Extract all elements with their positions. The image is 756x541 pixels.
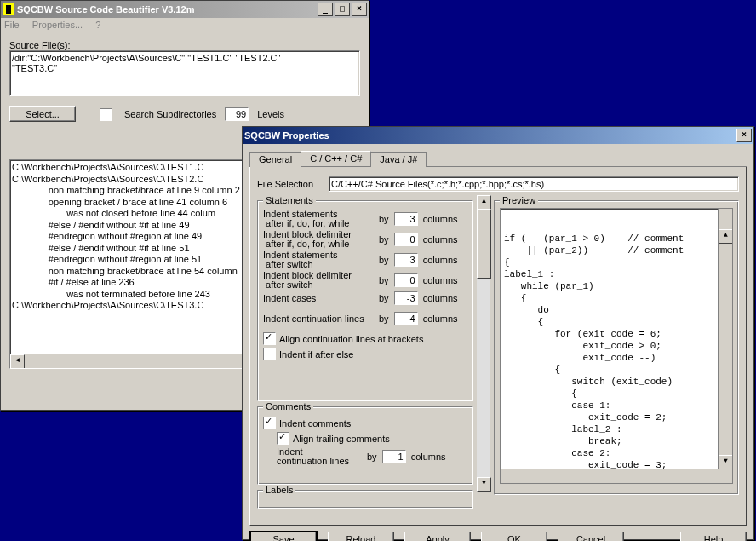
statements-group: Statements Indent statements after if, d… xyxy=(257,200,473,401)
preview-v-scrollbar[interactable]: ▲ ▼ xyxy=(718,209,732,483)
stmt-v2[interactable]: 0 xyxy=(394,233,418,246)
middle-v-scrollbar[interactable]: ▲ ▼ xyxy=(477,195,490,492)
comments-legend: Comments xyxy=(263,401,313,412)
comments-group: Comments Indent comments Align trailing … xyxy=(257,406,473,485)
cancel-button[interactable]: Cancel xyxy=(558,532,624,541)
preview-group: Preview if ( (par_1 > 0) // comment || (… xyxy=(494,200,739,495)
preview-h-scrollbar[interactable]: ◄ ► xyxy=(501,469,719,483)
props-title: SQCBW Properties xyxy=(244,130,735,141)
properties-window: SQCBW Properties × General C / C++ / C# … xyxy=(242,126,754,540)
stmt-r6: Indent continuation lines xyxy=(263,314,374,324)
labels-group: Labels xyxy=(257,490,473,509)
indent-if-after-else-label: Indent if after else xyxy=(279,349,353,360)
tab-java[interactable]: Java / J# xyxy=(370,152,427,167)
tabs: General C / C++ / C# Java / J# xyxy=(249,151,747,167)
app-icon xyxy=(3,3,14,15)
main-title: SQCBW Source Code Beautifier V3.12m xyxy=(17,4,316,14)
menu-file[interactable]: File xyxy=(4,20,20,30)
ok-button[interactable]: OK xyxy=(481,532,547,541)
tab-general[interactable]: General xyxy=(249,152,301,167)
maximize-button[interactable]: □ xyxy=(335,3,350,16)
preview-box: if ( (par_1 > 0) // comment || (par_2)) … xyxy=(500,208,733,484)
help-button[interactable]: Help xyxy=(680,532,747,541)
file-selection-label: File Selection xyxy=(257,179,329,189)
stmt-r5: Indent cases xyxy=(263,294,374,303)
save-button[interactable]: Save xyxy=(249,531,318,541)
menu-help[interactable]: ? xyxy=(95,20,100,30)
indent-comments-label: Indent comments xyxy=(279,418,351,429)
levels-input[interactable]: 99 xyxy=(225,107,249,121)
reload-button[interactable]: Reload xyxy=(328,532,394,541)
select-button[interactable]: Select... xyxy=(9,106,76,122)
stmt-v4[interactable]: 0 xyxy=(394,273,418,287)
align-brackets-label: Align continuation lines at brackets xyxy=(279,334,423,344)
search-subdirs-checkbox[interactable] xyxy=(100,108,112,121)
statements-legend: Statements xyxy=(263,195,316,205)
svg-rect-1 xyxy=(6,5,11,14)
stmt-v6[interactable]: 4 xyxy=(394,312,418,325)
indent-cont-label: Indent continuation lines xyxy=(277,447,362,466)
preview-text: if ( (par_1 > 0) // comment || (par_2)) … xyxy=(504,233,729,483)
props-close-button[interactable]: × xyxy=(736,129,752,142)
align-brackets-checkbox[interactable] xyxy=(263,332,276,345)
align-trailing-label: Align trailing comments xyxy=(293,434,390,444)
stmt-v1[interactable]: 3 xyxy=(394,212,418,226)
scroll-left-button[interactable]: ◄ xyxy=(10,354,25,369)
preview-scroll-down[interactable]: ▼ xyxy=(719,455,733,469)
preview-scroll-up[interactable]: ▲ xyxy=(719,229,733,244)
search-subdirs-label: Search Subdirectories xyxy=(124,109,216,119)
minimize-button[interactable]: _ xyxy=(318,3,333,16)
labels-legend: Labels xyxy=(263,485,295,495)
stmt-v3[interactable]: 3 xyxy=(394,253,418,267)
scroll-up-button[interactable]: ▲ xyxy=(477,195,491,210)
align-trailing-checkbox[interactable] xyxy=(277,432,289,445)
menubar: File Properties... ? xyxy=(1,18,369,32)
indent-if-after-else-checkbox[interactable] xyxy=(263,348,276,360)
source-files-label: Source File(s): xyxy=(9,40,360,50)
preview-legend: Preview xyxy=(500,195,538,205)
comments-v[interactable]: 1 xyxy=(382,450,406,463)
apply-button[interactable]: Apply xyxy=(404,532,471,541)
tab-cpp[interactable]: C / C++ / C# xyxy=(301,151,371,166)
scroll-down-button[interactable]: ▼ xyxy=(477,477,491,492)
props-titlebar[interactable]: SQCBW Properties × xyxy=(243,127,753,144)
main-titlebar[interactable]: SQCBW Source Code Beautifier V3.12m _ □ … xyxy=(1,1,369,18)
stmt-r1: Indent statements after if, do, for, whi… xyxy=(263,210,374,228)
stmt-r2: Indent block delimiter after if, do, for… xyxy=(263,230,374,249)
source-files-input[interactable]: /dir:"C:\Workbench\Projects\A\Sources\C"… xyxy=(9,50,360,96)
stmt-r3: Indent statements after switch xyxy=(263,250,374,269)
stmt-r4: Indent block delimiter after switch xyxy=(263,271,374,290)
indent-comments-checkbox[interactable] xyxy=(263,417,276,429)
close-button[interactable]: × xyxy=(352,3,367,16)
stmt-v5[interactable]: -3 xyxy=(394,291,418,305)
scroll-thumb[interactable] xyxy=(477,209,491,279)
menu-properties[interactable]: Properties... xyxy=(32,20,83,30)
file-selection-input[interactable]: C/C++/C# Source Files(*.c;*.h;*.cpp;*.hp… xyxy=(329,176,739,192)
levels-label: Levels xyxy=(257,109,284,119)
